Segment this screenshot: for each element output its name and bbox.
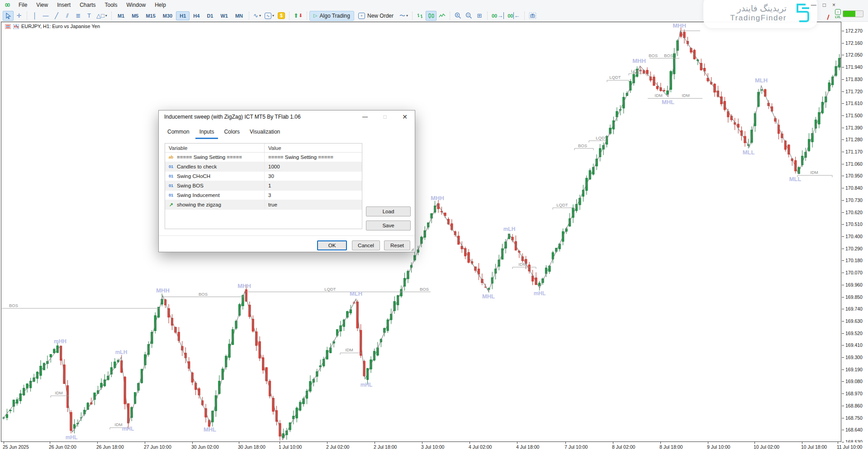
tab-inputs[interactable]: Inputs [195, 127, 218, 139]
load-button[interactable]: Load [366, 206, 411, 216]
text-tool-icon[interactable]: T [84, 11, 95, 21]
time-axis[interactable]: 25 Jun 202526 Jun 02:0026 Jun 18:0027 Ju… [0, 442, 868, 451]
timeframe-w1[interactable]: W1 [217, 11, 232, 20]
menu-view[interactable]: View [32, 1, 52, 9]
chart-area[interactable]: EURJPY, H1: Euro vs Japanise Yen BOSBOSL… [1, 22, 841, 442]
candlestick-chart[interactable]: BOSBOSLQDTBOSIDMIDMIDMIDMLQDTBOSLQDTLQDT… [1, 22, 841, 441]
timeframe-mn[interactable]: MN [232, 11, 247, 20]
parameter-value[interactable]: ===== Swing Setting ===== [265, 154, 362, 160]
price-label: 170.070 [845, 270, 863, 275]
candles-mode-icon[interactable] [426, 11, 436, 21]
restore-window-icon[interactable]: □ [823, 2, 826, 8]
parameter-value[interactable]: 30 [265, 173, 362, 179]
channel-icon[interactable]: ⫽ [62, 11, 73, 21]
dialog-close-icon[interactable]: ✕ [395, 110, 415, 123]
shapes-icon[interactable]: △□▾ [95, 11, 109, 21]
currency-icon[interactable]: $ [276, 11, 287, 21]
table-header-row: Variable Value [165, 144, 362, 153]
parameter-row[interactable]: 01Swing Inducement3 [165, 191, 362, 200]
chart-line-type-icon[interactable]: ∿▾ [251, 11, 263, 21]
cancel-button[interactable]: Cancel [352, 240, 380, 250]
crosshair-icon[interactable]: ✛ [14, 11, 24, 21]
parameters-table: Variable Value ab===== Swing Setting ===… [165, 143, 362, 229]
horizontal-line-icon[interactable]: — [40, 11, 51, 21]
ok-button[interactable]: OK [317, 240, 347, 250]
toolbar-separator [289, 12, 289, 20]
parameter-name: Swing CHoCH [177, 173, 210, 179]
price-axis[interactable]: 172.270172.160172.050171.940171.830171.7… [842, 22, 868, 442]
line-mode-icon[interactable] [436, 11, 447, 21]
price-label: 170.290 [845, 246, 863, 251]
bars-mode-icon[interactable] [415, 11, 426, 21]
time-tick [50, 442, 50, 444]
menu-help[interactable]: Help [151, 1, 170, 9]
menu-insert[interactable]: Insert [53, 1, 75, 9]
reset-button[interactable]: Reset [384, 240, 410, 250]
pattern-tool-icon[interactable]: 〜▾ [398, 11, 410, 21]
parameter-row[interactable]: ab===== Swing Setting ========== Swing S… [165, 153, 362, 162]
shift-end-icon[interactable]: 00→ [490, 11, 506, 21]
price-tick [842, 285, 844, 285]
parameter-value[interactable]: true [265, 202, 362, 207]
menu-charts[interactable]: Charts [76, 1, 100, 9]
parameter-row[interactable]: 01Candles to check1000 [165, 162, 362, 172]
screenshot-camera-icon[interactable] [527, 11, 538, 21]
timeframe-m15[interactable]: M15 [142, 11, 159, 20]
menu-file[interactable]: File [14, 1, 31, 9]
cursor-icon[interactable] [3, 11, 14, 21]
resize-grip[interactable]: ◢ [411, 247, 414, 251]
auto-scroll-icon[interactable]: 00← [506, 11, 522, 21]
watermark-text: تریدینگ فایندر TradingFinder [730, 4, 787, 23]
vertical-line-icon[interactable]: │ [29, 11, 40, 21]
price-tick [842, 357, 844, 358]
parameter-value[interactable]: 1 [265, 183, 362, 188]
close-window-icon[interactable]: × [832, 2, 835, 8]
structure-label-MHH: MHH [156, 287, 170, 294]
time-label: 4 Jul 02:00 [469, 444, 492, 450]
parameter-row[interactable]: 01Swing CHoCH30 [165, 172, 362, 181]
timeframe-h4[interactable]: H4 [190, 11, 203, 20]
buy-sell-arrows-icon[interactable]: ⬆⬇ [292, 11, 304, 21]
tile-windows-icon[interactable]: ⊞ [474, 11, 485, 21]
parameter-row[interactable]: ↗showing the zigzagtrue [165, 200, 362, 210]
timeframe-m5[interactable]: M5 [128, 11, 142, 20]
dialog-maximize-icon[interactable]: □ [375, 110, 395, 123]
time-tick [754, 442, 755, 444]
price-tick [842, 79, 844, 80]
indicators-icon[interactable]: ∿▾ [263, 11, 276, 21]
dialog-minimize-icon[interactable]: — [355, 110, 375, 123]
parameter-value[interactable]: 3 [265, 192, 362, 198]
level-label: BOS [649, 53, 658, 58]
parameter-value[interactable]: 1000 [265, 164, 362, 169]
zoom-in-icon[interactable] [452, 11, 463, 21]
menu-window[interactable]: Window [123, 1, 150, 9]
window-controls: — □ × [811, 2, 835, 8]
price-label: 168.860 [845, 403, 863, 408]
minimize-window-icon[interactable]: — [811, 2, 816, 8]
timeframe-m30[interactable]: M30 [159, 11, 176, 20]
structure-label-MHH: MHH [237, 283, 251, 289]
new-order-button[interactable]: + New Order [354, 11, 398, 21]
timeframe-d1[interactable]: D1 [203, 11, 217, 20]
tab-common[interactable]: Common [163, 127, 194, 139]
fibonacci-icon[interactable]: ≣ [73, 11, 84, 21]
menu-tools[interactable]: Tools [101, 1, 122, 9]
timeframe-m1[interactable]: M1 [114, 11, 128, 20]
price-tick [842, 43, 844, 43]
candle-body [50, 354, 52, 357]
timeframe-h1[interactable]: H1 [176, 11, 190, 20]
zoom-out-icon[interactable] [463, 11, 474, 21]
save-button[interactable]: Save [366, 221, 411, 230]
algo-trading-label: Algo Trading [320, 13, 350, 19]
tab-colors[interactable]: Colors [220, 127, 244, 139]
trendline-icon[interactable]: ╱ [51, 11, 62, 21]
price-tick [842, 91, 844, 92]
level-progress-fill [843, 11, 855, 17]
chart-symbol-label: EURJPY, H1: Euro vs Japanise Yen [21, 24, 100, 29]
level-label: LQDT [324, 287, 336, 292]
time-tick [375, 442, 375, 444]
algo-trading-button[interactable]: ▷ Algo Trading [309, 11, 354, 21]
tab-visualization[interactable]: Visualization [246, 127, 284, 139]
price-label: 169.960 [845, 282, 863, 288]
parameter-row[interactable]: 01Swing BOS1 [165, 181, 362, 191]
